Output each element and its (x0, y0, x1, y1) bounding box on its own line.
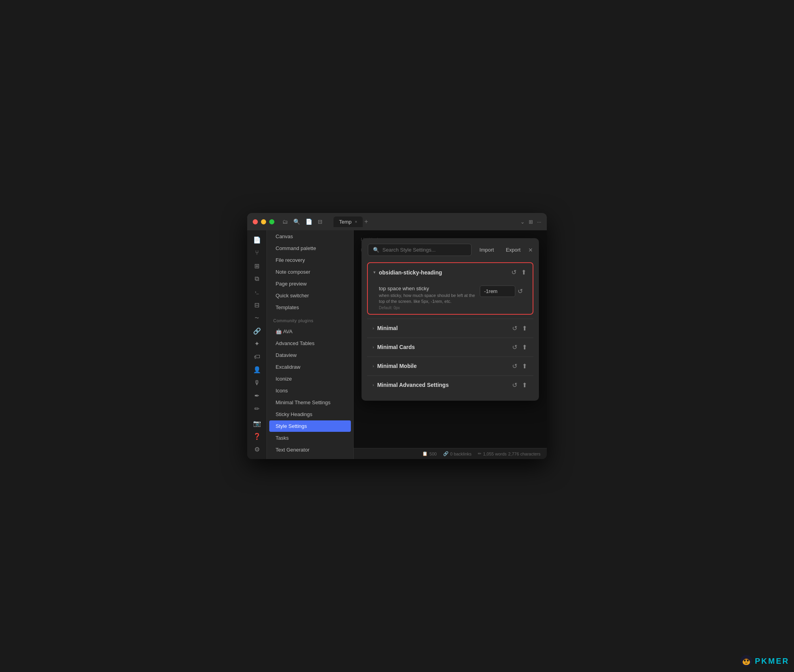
sidebar-icon-grid[interactable]: ⊞ (250, 260, 264, 272)
group-header-minimal-mobile[interactable]: › Minimal Mobile ↺ ⬆ (367, 357, 533, 375)
traffic-light-yellow[interactable] (261, 219, 266, 224)
group-upload-button[interactable]: ⬆ (521, 343, 528, 352)
sidebar-item-label: Command palette (276, 245, 316, 251)
sidebar-icon-tag[interactable]: 🏷 (250, 351, 264, 362)
group-reset-button[interactable]: ↺ (511, 268, 517, 277)
search-icon[interactable]: 🔍 (293, 218, 300, 225)
sidebar-icon-wave[interactable]: 〜 (250, 312, 264, 324)
sidebar-item-page-preview[interactable]: Page preview (269, 278, 351, 289)
sidebar-icon-sparkle[interactable]: ✦ (250, 338, 264, 350)
group-upload-button[interactable]: ⬆ (521, 362, 528, 371)
chevron-right-icon: › (373, 326, 374, 330)
tab-close-button[interactable]: × (355, 219, 357, 224)
group-reset-button[interactable]: ↺ (511, 324, 518, 333)
sidebar-icon-table[interactable]: ⊟ (250, 299, 264, 311)
sidebar-icon-settings[interactable]: ⚙ (250, 444, 264, 455)
import-button[interactable]: Import (475, 245, 498, 255)
title-bar-right: ⌄ ⊞ ··· (520, 219, 541, 225)
sidebar-icon-help[interactable]: ❓ (250, 431, 264, 442)
settings-group-minimal: › Minimal ↺ ⬆ (367, 319, 533, 338)
setting-item-top-space: top space when sticky when sticky, how m… (368, 282, 533, 314)
chevron-down-icon: ▾ (373, 270, 376, 275)
sidebar-item-ava[interactable]: 🤖 AVA (269, 326, 351, 337)
sidebar-item-quick-switcher[interactable]: Quick switcher (269, 290, 351, 301)
top-space-input[interactable] (480, 286, 515, 297)
app-window: 🗂 🔍 📄 ⊟ Temp × + ⌄ ⊞ ··· 📄 ⑂ ⊞ ⧉ ›_ ⊟ (247, 213, 547, 459)
sidebar-item-excalidraw[interactable]: Excalidraw (269, 361, 351, 373)
layout-icon[interactable]: ⊟ (318, 218, 322, 225)
group-title: obsidian-sticky-heading (379, 269, 511, 276)
more-options-icon[interactable]: ··· (537, 219, 541, 225)
group-header-minimal-cards[interactable]: › Minimal Cards ↺ ⬆ (367, 338, 533, 357)
setting-reset-button[interactable]: ↺ (518, 287, 523, 295)
group-header-minimal[interactable]: › Minimal ↺ ⬆ (367, 319, 533, 338)
sidebar-item-file-recovery[interactable]: File recovery (269, 254, 351, 266)
group-upload-button[interactable]: ⬆ (520, 268, 527, 277)
group-upload-button[interactable]: ⬆ (521, 324, 528, 333)
sidebar-item-label: Note composer (276, 269, 310, 275)
sidebar-item-label: Canvas (276, 233, 293, 239)
group-reset-button[interactable]: ↺ (511, 381, 518, 390)
sidebar-icon-copy[interactable]: ⧉ (250, 273, 264, 285)
sidebar-item-canvas[interactable]: Canvas (269, 231, 351, 242)
setting-info: top space when sticky when sticky, how m… (379, 286, 475, 310)
sidebar-item-minimal-theme-settings[interactable]: Minimal Theme Settings (269, 397, 351, 408)
sidebar-item-dataview[interactable]: Dataview (269, 349, 351, 361)
sidebar-icon-link[interactable]: 🔗 (250, 325, 264, 337)
style-settings-modal: 🔍 Import Export × ▾ obsidia (362, 238, 539, 401)
main-layout: 📄 ⑂ ⊞ ⧉ ›_ ⊟ 〜 🔗 ✦ 🏷 👤 🎙 ✒ ✏ 📷 ❓ ⚙ Canva… (247, 230, 547, 459)
sidebar-item-label: Text Generator (276, 447, 309, 453)
sidebar-icon-branch[interactable]: ⑂ (250, 247, 264, 259)
community-plugins-label: Community plugins (267, 314, 353, 325)
sidebar-item-icons[interactable]: Icons (269, 385, 351, 396)
chevron-down-icon[interactable]: ⌄ (520, 219, 525, 225)
icon-sidebar: 📄 ⑂ ⊞ ⧉ ›_ ⊟ 〜 🔗 ✦ 🏷 👤 🎙 ✒ ✏ 📷 ❓ ⚙ (247, 230, 267, 459)
sidebar-icon-mic[interactable]: 🎙 (250, 377, 264, 388)
sidebar-item-style-settings[interactable]: Style Settings (269, 420, 351, 432)
traffic-light-green[interactable] (269, 219, 274, 224)
sidebar-icon-file[interactable]: 📄 (250, 234, 264, 246)
sidebar-item-note-composer[interactable]: Note composer (269, 266, 351, 278)
bottom-bar: 📋 500 🔗 0 backlinks ✏ 1,055 words 2,776 … (354, 448, 547, 459)
chevron-right-icon: › (373, 345, 374, 349)
group-actions: ↺ ⬆ (511, 324, 528, 333)
traffic-light-red[interactable] (253, 219, 258, 224)
tab-bar: Temp × + (334, 217, 517, 227)
sidebar-item-templates[interactable]: Templates (269, 302, 351, 313)
sidebar-icon-label[interactable]: ✒ (250, 390, 264, 401)
chevron-right-icon: › (373, 383, 374, 387)
search-input[interactable] (382, 247, 466, 253)
export-button[interactable]: Export (502, 245, 525, 255)
settings-group-obsidian-sticky-heading: ▾ obsidian-sticky-heading ↺ ⬆ top (367, 262, 533, 315)
sidebar-icon-terminal[interactable]: ›_ (250, 286, 264, 298)
setting-name: top space when sticky (379, 286, 475, 291)
sidebar-item-advanced-tables[interactable]: Advanced Tables (269, 338, 351, 349)
group-reset-button[interactable]: ↺ (511, 362, 518, 371)
group-actions: ↺ ⬆ (511, 381, 528, 390)
group-header-obsidian-sticky-heading[interactable]: ▾ obsidian-sticky-heading ↺ ⬆ (368, 263, 533, 282)
sidebar-icon-pen[interactable]: ✏ (250, 403, 264, 414)
sidebar-item-sticky-headings[interactable]: Sticky Headings (269, 409, 351, 420)
chevron-right-icon: › (373, 364, 374, 368)
folder-icon[interactable]: 🗂 (282, 218, 288, 225)
sidebar-item-text-generator[interactable]: Text Generator (269, 444, 351, 455)
new-file-icon[interactable]: 📄 (306, 218, 312, 225)
sidebar-icon-screenshot[interactable]: 📷 (250, 418, 264, 429)
sidebar-item-label: Templates (276, 304, 299, 310)
search-icon: 🔍 (373, 247, 379, 253)
sidebar-item-tasks[interactable]: Tasks (269, 432, 351, 444)
modal-overlay: 🔍 Import Export × ▾ obsidia (354, 230, 547, 459)
tab-temp[interactable]: Temp × (334, 217, 363, 227)
sidebar-item-command-palette[interactable]: Command palette (269, 243, 351, 254)
sidebar-item-iconize[interactable]: Iconize (269, 373, 351, 385)
tab-add-button[interactable]: + (364, 218, 368, 225)
settings-group-minimal-advanced: › Minimal Advanced Settings ↺ ⬆ (367, 375, 533, 394)
modal-close-button[interactable]: × (528, 246, 533, 254)
group-header-minimal-advanced[interactable]: › Minimal Advanced Settings ↺ ⬆ (367, 376, 533, 394)
sidebar-item-label: File recovery (276, 257, 305, 263)
group-reset-button[interactable]: ↺ (511, 343, 518, 352)
group-upload-button[interactable]: ⬆ (521, 381, 528, 390)
sidebar-icon-person[interactable]: 👤 (250, 364, 264, 375)
setting-desc: when sticky, how much space should be le… (379, 293, 475, 305)
split-view-icon[interactable]: ⊞ (529, 219, 533, 225)
